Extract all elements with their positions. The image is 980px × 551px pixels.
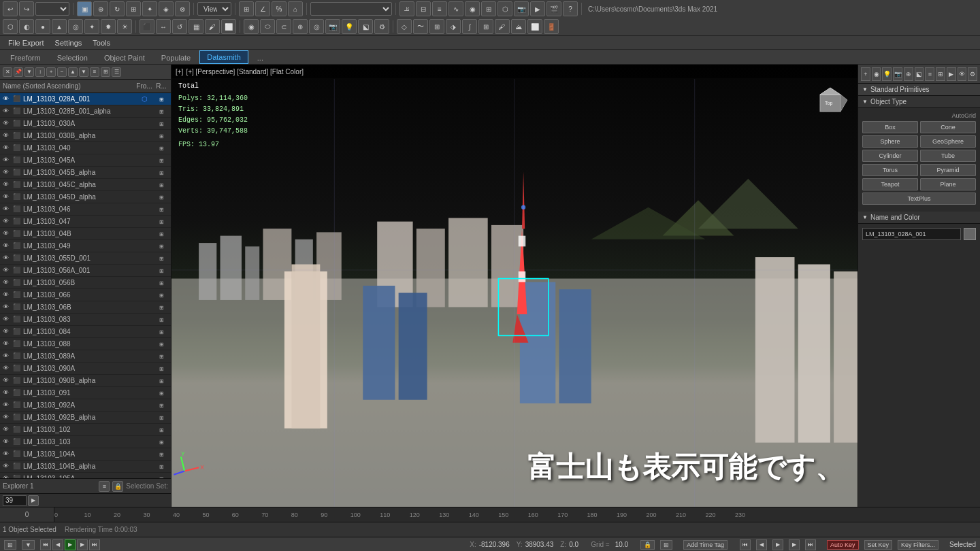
eye-icon[interactable]: 👁	[3, 218, 11, 226]
tab-selection[interactable]: Selection	[50, 51, 95, 64]
key-filters-btn[interactable]: Key Filters...	[898, 540, 938, 550]
viewport[interactable]: [+] [+] [Perspective] [Standard] [Flat C…	[172, 65, 858, 507]
list-item[interactable]: 👁 ⬛ LM_13103_046 ⊞	[0, 203, 171, 216]
eye-icon[interactable]: 👁	[3, 340, 11, 348]
list-item[interactable]: 👁 ⬛ LM_13103_028A_001 ⬡ ⊞	[0, 93, 171, 105]
space-icon[interactable]: ⬕	[358, 19, 373, 34]
standard-primitives-header[interactable]: ▼ Standard Primitives	[858, 84, 980, 96]
list-item[interactable]: 👁 ⬛ LM_13103_045C_alpha ⊞	[0, 179, 171, 191]
eye-icon[interactable]: 👁	[3, 107, 11, 116]
eye-icon[interactable]: 👁	[3, 132, 11, 140]
list-item[interactable]: 👁 ⬛ LM_13103_105A ⊞	[0, 473, 171, 478]
snap-icon[interactable]: ⊞	[239, 1, 254, 16]
list-item[interactable]: 👁 ⬛ LM_13103_055D_001 ⊞	[0, 252, 171, 265]
angle-snap-icon[interactable]: ∠	[255, 1, 270, 16]
render-prod-icon[interactable]: 🎬	[546, 1, 561, 16]
play-btn[interactable]: ▶	[65, 539, 76, 550]
cylinder2-icon[interactable]: ⬭	[260, 19, 275, 34]
eye-icon[interactable]: 👁	[3, 414, 11, 422]
add-icon[interactable]: +	[46, 67, 56, 77]
box2-icon[interactable]: ⬛	[140, 19, 154, 34]
eye-icon[interactable]: 👁	[3, 426, 11, 434]
list-item[interactable]: 👁 ⬛ LM_13103_049 ⊞	[0, 240, 171, 252]
tab-freeform[interactable]: Freeform	[3, 51, 48, 64]
eye-icon[interactable]: 👁	[3, 389, 11, 397]
eye-icon[interactable]: 👁	[3, 242, 11, 250]
playback-control-extra-prev[interactable]: ◀	[756, 539, 767, 550]
move2-icon[interactable]: ↔	[156, 19, 171, 34]
list-item[interactable]: 👁 ⬛ LM_13103_040 ⊞	[0, 142, 171, 154]
go-end-btn[interactable]: ⏭	[89, 539, 100, 550]
patch-icon[interactable]: ⬗	[446, 19, 461, 34]
layer-icon2[interactable]: ≡	[99, 481, 110, 492]
move-icon[interactable]: ⊕	[93, 1, 108, 16]
render-setup-icon[interactable]: 📷	[514, 1, 529, 16]
list-item[interactable]: 👁 ⬛ LM_13103_045A ⊞	[0, 154, 171, 167]
schematic-icon[interactable]: ⊞	[481, 1, 496, 16]
list-item[interactable]: 👁 ⬛ LM_13103_056B ⊞	[0, 277, 171, 289]
cone-btn[interactable]: Cone	[920, 121, 976, 133]
material-icon[interactable]: ⬡	[497, 1, 512, 16]
list-item[interactable]: 👁 ⬛ LM_13103_104A ⊞	[0, 448, 171, 461]
eye-icon[interactable]: 👁	[3, 254, 11, 263]
object-name-input[interactable]	[862, 228, 961, 240]
list-item[interactable]: 👁 ⬛ LM_13103_088 ⊞	[0, 338, 171, 350]
scale-icon[interactable]: ⊞	[126, 1, 141, 16]
teapot-btn[interactable]: Teapot	[862, 178, 918, 190]
list-item[interactable]: 👁 ⬛ LM_13103_084 ⊞	[0, 326, 171, 338]
render-frame-icon[interactable]: ▶	[530, 1, 545, 16]
all-dropdown[interactable]: All	[35, 2, 69, 16]
plane2-icon[interactable]: ▦	[189, 19, 203, 34]
polygon-icon[interactable]: ⬡	[3, 19, 18, 34]
layer-icon[interactable]: ≡	[432, 1, 447, 16]
select-icon[interactable]: ▣	[77, 1, 92, 16]
smooth-icon[interactable]: ◐	[19, 19, 34, 34]
up-icon[interactable]: ▲	[68, 67, 78, 77]
connect-icon[interactable]: ⊞	[478, 19, 493, 34]
tool5-icon[interactable]: ✦	[142, 1, 157, 16]
eye-icon[interactable]: 👁	[3, 169, 11, 177]
absolute-relative-btn[interactable]: ⊞	[660, 540, 672, 550]
lock-selection-btn[interactable]: 🔒	[640, 540, 655, 550]
wall-icon[interactable]: ⬜	[527, 19, 542, 34]
arrow-right-btn[interactable]: ▶	[28, 495, 39, 506]
torus-btn[interactable]: Torus	[862, 164, 918, 176]
tool7-icon[interactable]: ⊗	[175, 1, 190, 16]
eye-icon[interactable]: 👁	[3, 95, 11, 103]
list-item[interactable]: 👁 ⬛ LM_13103_030B_alpha ⊞	[0, 130, 171, 142]
list-item[interactable]: 👁 ⬛ LM_13103_056A_001 ⊞	[0, 265, 171, 277]
next-frame-btn[interactable]: ▶	[77, 539, 88, 550]
list-item[interactable]: 👁 ⬛ LM_13103_103 ⊞	[0, 436, 171, 448]
tube-btn[interactable]: Tube	[920, 150, 976, 162]
view-dropdown[interactable]: View	[197, 2, 231, 16]
tab-datasmith[interactable]: Datasmith	[199, 50, 248, 64]
eye-icon[interactable]: 👁	[3, 230, 11, 238]
tab-populate[interactable]: Populate	[154, 51, 198, 64]
options-icon[interactable]: ≡	[90, 67, 99, 77]
pyramid-btn[interactable]: Pyramid	[920, 164, 976, 176]
nurbs-icon[interactable]: ∫	[462, 19, 477, 34]
minus-icon[interactable]: −	[57, 67, 67, 77]
eye-icon[interactable]: 👁	[3, 401, 11, 410]
list-item[interactable]: 👁 ⬛ LM_13103_047 ⊞	[0, 216, 171, 228]
list-item[interactable]: 👁 ⬛ LM_13103_028B_001_alpha ⊞	[0, 105, 171, 118]
eye-icon[interactable]: 👁	[3, 144, 11, 152]
xref-icon[interactable]: ⊞	[429, 19, 444, 34]
cone2-icon[interactable]: ▲	[52, 19, 67, 34]
eye-icon[interactable]: 👁	[3, 303, 11, 312]
menu-settings[interactable]: Settings	[50, 36, 88, 50]
curve-icon[interactable]: ∿	[448, 1, 463, 16]
pin-icon[interactable]: 📌	[14, 67, 23, 77]
key-mode-btn[interactable]: ⊞	[4, 540, 16, 550]
list-item[interactable]: 👁 ⬛ LM_13103_092B_alpha ⊞	[0, 412, 171, 424]
list-icon[interactable]: ☰	[112, 67, 121, 77]
rp-add-btn[interactable]: +	[861, 67, 870, 81]
rp-modifier-icon[interactable]: ≡	[925, 67, 934, 81]
sphere2-icon[interactable]: ●	[35, 19, 50, 34]
eye-icon[interactable]: 👁	[3, 377, 11, 385]
filter-select-btn[interactable]: ▼	[22, 540, 35, 550]
set-key-btn[interactable]: Set Key	[864, 540, 893, 550]
auto-key-btn[interactable]: Auto Key	[827, 540, 859, 550]
eye-icon[interactable]: 👁	[3, 365, 11, 373]
rp-camera-icon[interactable]: 📷	[893, 67, 902, 81]
